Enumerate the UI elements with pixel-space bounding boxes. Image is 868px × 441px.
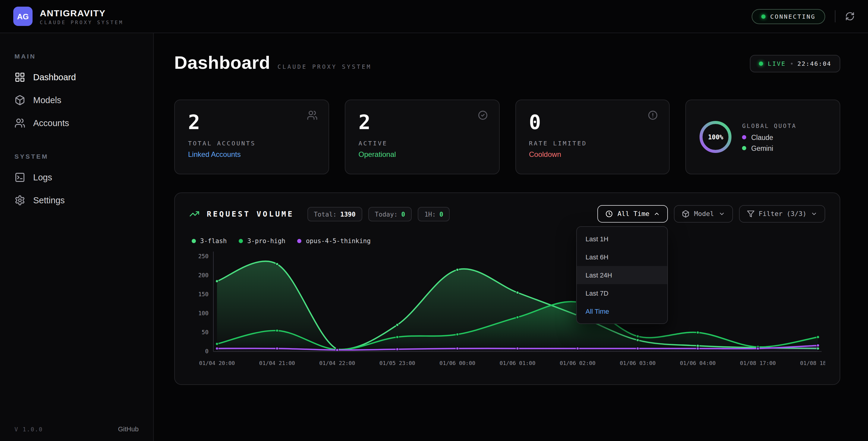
page-subtitle: CLAUDE PROXY SYSTEM — [278, 63, 372, 70]
sidebar-item-models[interactable]: Models — [0, 89, 153, 112]
alert-circle-icon — [648, 110, 658, 121]
one-hour-badge: 1H: 0 — [418, 207, 450, 221]
request-volume-card: REQUEST VOLUME Total: 1390 Today: 0 1H: … — [174, 193, 840, 385]
filter-label: Filter (3/3) — [758, 210, 807, 218]
sidebar-footer: V 1.0.0 GitHub — [14, 425, 138, 433]
quota-legend-gemini: Gemini — [742, 145, 797, 152]
legend-dot-icon — [192, 239, 196, 243]
sidebar-item-label: Accounts — [33, 118, 69, 128]
legend-dot-icon — [239, 239, 243, 243]
live-clock: 22:46:04 — [798, 60, 831, 67]
sidebar-item-settings[interactable]: Settings — [0, 189, 153, 212]
dropdown-item-all-time[interactable]: All Time — [577, 302, 668, 320]
live-dot-icon — [758, 62, 763, 66]
topbar-divider — [835, 10, 835, 22]
chart-header: REQUEST VOLUME Total: 1390 Today: 0 1H: … — [189, 205, 825, 223]
app-title: ANTIGRAVITY — [40, 7, 124, 18]
svg-text:01/04 22:00: 01/04 22:00 — [319, 360, 355, 366]
time-range-button[interactable]: All Time — [598, 205, 668, 223]
version-label: V 1.0.0 — [14, 425, 43, 432]
stat-card-global-quota: 100% GLOBAL QUOTA Claude Gemini — [686, 99, 841, 174]
legend-item-opus-4-5-thinking[interactable]: opus-4-5-thinking — [298, 237, 371, 244]
model-filter-button[interactable]: Model — [674, 205, 733, 223]
stat-sublabel: Cooldown — [529, 150, 656, 159]
sidebar-item-accounts[interactable]: Accounts — [0, 112, 153, 135]
svg-text:150: 150 — [198, 291, 209, 297]
today-badge: Today: 0 — [368, 207, 412, 221]
stat-label: ACTIVE — [359, 140, 486, 147]
check-circle-icon — [477, 110, 488, 121]
sidebar-item-label: Dashboard — [33, 72, 76, 82]
sidebar-item-label: Logs — [33, 173, 52, 182]
refresh-button[interactable] — [845, 11, 855, 21]
chart-title: REQUEST VOLUME — [207, 209, 294, 218]
dropdown-item-last-6h[interactable]: Last 6H — [577, 248, 668, 266]
connection-status-pill[interactable]: CONNECTING — [752, 9, 825, 24]
connection-status-label: CONNECTING — [770, 13, 815, 20]
sidebar-item-logs[interactable]: Logs — [0, 166, 153, 189]
filter-button[interactable]: Filter (3/3) — [739, 205, 825, 223]
stats-grid: 2 TOTAL ACCOUNTS Linked Accounts 2 ACTIV… — [174, 99, 840, 174]
gemini-dot-icon — [742, 146, 747, 150]
funnel-icon — [747, 210, 754, 218]
legend-item-3-pro-high[interactable]: 3-pro-high — [239, 237, 285, 244]
package-icon — [14, 95, 25, 106]
quota-ring: 100% — [698, 119, 733, 154]
legend-item-3-flash[interactable]: 3-flash — [192, 237, 227, 244]
dashboard-icon — [14, 72, 25, 83]
volume-chart: 05010015020025001/04 20:0001/04 21:0001/… — [189, 248, 825, 374]
dropdown-item-last-7d[interactable]: Last 7D — [577, 284, 668, 302]
sidebar-item-dashboard[interactable]: Dashboard — [0, 66, 153, 89]
clock-icon — [606, 210, 613, 218]
svg-text:01/06 04:00: 01/06 04:00 — [680, 360, 716, 366]
stat-label: RATE LIMITED — [529, 140, 656, 147]
model-filter-label: Model — [694, 210, 714, 218]
stat-label: TOTAL ACCOUNTS — [188, 140, 315, 147]
stat-sublabel: Operational — [359, 150, 486, 159]
stat-value: 2 — [188, 112, 315, 132]
svg-text:01/06 02:00: 01/06 02:00 — [560, 360, 595, 366]
trending-up-icon — [189, 209, 199, 219]
stat-value: 0 — [529, 112, 656, 132]
separator-dot-icon — [791, 63, 793, 64]
dropdown-item-last-1h[interactable]: Last 1H — [577, 230, 668, 248]
app-root: AG ANTIGRAVITY CLAUDE PROXY SYSTEM CONNE… — [0, 0, 868, 441]
github-link[interactable]: GitHub — [118, 425, 139, 433]
stat-card-rate-limited: 0 RATE LIMITED Cooldown — [515, 99, 670, 174]
app-subtitle: CLAUDE PROXY SYSTEM — [40, 20, 124, 25]
time-dropdown: Last 1HLast 6HLast 24HLast 7DAll Time — [577, 226, 668, 324]
total-badge: Total: 1390 — [307, 207, 362, 221]
quota-percent: 100% — [698, 119, 733, 154]
sidebar: MAIN Dashboard Models Accounts SYSTEM Lo… — [0, 33, 154, 441]
svg-text:01/08 18:00: 01/08 18:00 — [800, 360, 825, 366]
live-indicator: LIVE 22:46:04 — [749, 55, 840, 72]
dropdown-item-last-24h[interactable]: Last 24H — [577, 266, 668, 284]
stat-card-total-accounts: 2 TOTAL ACCOUNTS Linked Accounts — [174, 99, 329, 174]
quota-label: GLOBAL QUOTA — [742, 122, 797, 129]
stat-card-active: 2 ACTIVE Operational — [345, 99, 500, 174]
refresh-icon — [845, 11, 855, 21]
svg-text:01/06 01:00: 01/06 01:00 — [499, 360, 535, 366]
topbar: AG ANTIGRAVITY CLAUDE PROXY SYSTEM CONNE… — [0, 0, 868, 33]
sidebar-section-main: MAIN — [14, 53, 138, 60]
claude-dot-icon — [742, 135, 747, 139]
box-icon — [682, 210, 690, 218]
stat-sublabel: Linked Accounts — [188, 150, 315, 159]
brand: AG ANTIGRAVITY CLAUDE PROXY SYSTEM — [13, 7, 124, 26]
svg-text:250: 250 — [198, 253, 209, 259]
page-header: Dashboard CLAUDE PROXY SYSTEM LIVE 22:46… — [174, 53, 840, 73]
quota-legend-label: Gemini — [751, 145, 773, 152]
gear-icon — [14, 195, 25, 206]
stat-value: 2 — [359, 112, 486, 132]
users-icon — [307, 110, 318, 121]
svg-text:200: 200 — [198, 272, 209, 278]
svg-text:01/08 17:00: 01/08 17:00 — [740, 360, 776, 366]
quota-legend-label: Claude — [751, 134, 773, 141]
chart-badges: Total: 1390 Today: 0 1H: 0 — [307, 207, 450, 221]
svg-text:01/06 03:00: 01/06 03:00 — [620, 360, 655, 366]
svg-text:100: 100 — [198, 310, 209, 317]
terminal-icon — [14, 172, 25, 183]
sidebar-item-label: Models — [33, 95, 61, 105]
sidebar-section-system: SYSTEM — [14, 153, 138, 160]
chevron-up-icon — [654, 210, 660, 217]
